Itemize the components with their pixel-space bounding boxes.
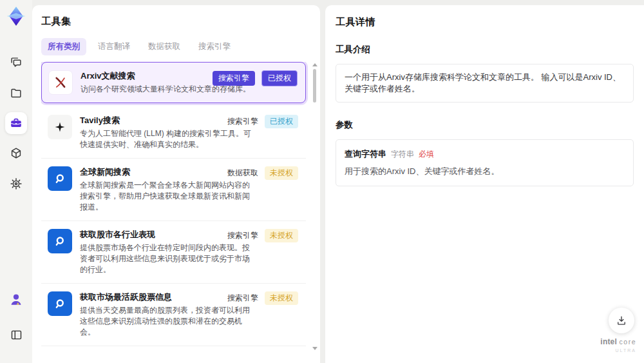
auth-badge: 已授权 [265, 115, 298, 128]
download-icon [616, 315, 627, 326]
list-scrollbar[interactable] [312, 63, 317, 350]
tool-list: Arxiv文献搜索 访问各个研究领域大量科学论文和文章的存储库。 搜索引擎 已授… [41, 62, 320, 353]
params-heading: 参数 [336, 119, 634, 131]
tool-card-sector-performance[interactable]: 获取股市各行业表现 提供股票市场各个行业在特定时间段内的表现。投资者可以利用这些… [41, 221, 306, 284]
arxiv-icon [48, 70, 73, 95]
auth-badge: 未授权 [265, 291, 298, 305]
sidebar-item-packages[interactable] [5, 142, 27, 164]
category-badge: 搜索引擎 [213, 71, 255, 86]
auth-badge: 未授权 [265, 166, 298, 180]
tool-detail-panel: 工具详情 工具介绍 一个用于从Arxiv存储库搜索科学论文和文章的工具。 输入可… [325, 5, 644, 363]
tool-card-arxiv[interactable]: Arxiv文献搜索 访问各个研究领域大量科学论文和文章的存储库。 搜索引擎 已授… [41, 62, 306, 103]
intro-card: 一个用于从Arxiv存储库搜索科学论文和文章的工具。 输入可以是Arxiv ID… [336, 64, 634, 103]
chat-icon [9, 55, 23, 70]
tool-desc: 全球新闻搜索是一个聚合全球各大新闻网站内容的搜索引擎，帮助用户快速获取全球最新资… [80, 180, 253, 213]
detail-title: 工具详情 [336, 16, 634, 28]
news-icon [48, 166, 72, 191]
auth-badge: 未授权 [265, 229, 298, 242]
brand-logo[interactable] [5, 5, 27, 27]
category-label: 搜索引擎 [227, 293, 258, 304]
param-desc: 用于搜索的Arxiv ID、关键字或作者姓名。 [345, 166, 625, 177]
folder-icon [9, 86, 23, 100]
page-title: 工具集 [41, 15, 320, 28]
tab-data-acquisition[interactable]: 数据获取 [142, 38, 187, 55]
category-label: 搜索引擎 [227, 116, 258, 127]
package-icon [9, 146, 23, 161]
intel-core-logo: intel core ULTRA [600, 337, 636, 355]
auth-badge: 已授权 [261, 70, 298, 86]
toolset-panel: 工具集 所有类别 语言翻译 数据获取 搜索引擎 Arxiv文献搜索 访问各个研究… [32, 5, 320, 363]
tab-search-engine[interactable]: 搜索引擎 [192, 38, 237, 55]
intro-heading: 工具介绍 [336, 44, 634, 55]
briefcase-icon [9, 116, 23, 130]
scroll-up-arrow[interactable] [312, 63, 317, 66]
param-type: 字符串 [391, 149, 414, 160]
intel-core-wordmark: intel core [600, 337, 636, 346]
tab-all-categories[interactable]: 所有类别 [41, 38, 86, 55]
sidebar-bottom [5, 288, 27, 354]
sidebar-item-chat[interactable] [5, 52, 27, 74]
scroll-down-arrow[interactable] [312, 347, 317, 350]
sidebar-item-files[interactable] [5, 82, 27, 104]
sparkle-icon [48, 115, 72, 139]
tool-card-side: 搜索引擎 未授权 [227, 291, 298, 305]
tool-card-side: 数据获取 未授权 [227, 166, 298, 180]
intro-text: 一个用于从Arxiv存储库搜索科学论文和文章的工具。 输入可以是Arxiv ID… [345, 72, 625, 95]
tool-card-regional-news[interactable]: 万维地区新闻查询 查询具体行政区划内的新闻，快速了解各地新闻动 搜索引擎 未授权 [41, 346, 306, 353]
param-card: 查询字符串 字符串 必填 用于搜索的Arxiv ID、关键字或作者姓名。 [336, 139, 634, 186]
sidebar-item-settings[interactable] [5, 173, 27, 195]
category-label: 搜索引擎 [227, 230, 258, 241]
tool-card-side: 搜索引擎 已授权 [227, 115, 298, 128]
download-button[interactable] [609, 308, 634, 333]
tool-card-side: 搜索引擎 已授权 [213, 70, 298, 86]
news-icon [48, 229, 72, 253]
category-label: 数据获取 [227, 168, 258, 179]
scrollbar-thumb[interactable] [313, 69, 316, 103]
tool-card-tavily[interactable]: Tavily搜索 专为人工智能代理 (LLM) 构建的搜索引擎工具。可快速提供实… [41, 107, 306, 159]
category-tabs: 所有类别 语言翻译 数据获取 搜索引擎 [41, 38, 320, 55]
tool-desc: 提供当天交易量最高的股票列表，投资者可以利用这些信息来识别流动性强的股票和潜在的… [80, 305, 253, 338]
intel-ultra-label: ULTRA [600, 347, 636, 355]
tool-desc: 提供股票市场各个行业在特定时间段内的表现。投资者可以利用这些信息来识别表现优于或… [80, 242, 253, 275]
param-required-flag: 必填 [419, 149, 434, 160]
tool-card-side: 搜索引擎 未授权 [227, 229, 298, 242]
brand-logo-icon [5, 5, 27, 27]
sidebar-item-tools-active[interactable] [5, 112, 27, 134]
tool-desc: 专为人工智能代理 (LLM) 构建的搜索引擎工具。可快速提供实时、准确和真实的结… [80, 128, 253, 150]
tab-language-translation[interactable]: 语言翻译 [91, 38, 137, 55]
tool-card-active-stocks[interactable]: 获取市场最活跃股票信息 提供当天交易量最高的股票列表，投资者可以利用这些信息来识… [41, 284, 306, 346]
gear-icon [9, 177, 23, 191]
avatar-icon [8, 291, 24, 307]
param-name: 查询字符串 [345, 148, 386, 160]
left-sidebar [0, 0, 32, 363]
panel-toggle-icon [10, 328, 23, 342]
tool-card-global-news[interactable]: 全球新闻搜索 全球新闻搜索是一个聚合全球各大新闻网站内容的搜索引擎，帮助用户快速… [41, 159, 306, 221]
user-avatar[interactable] [5, 288, 27, 310]
news-icon [48, 291, 72, 316]
param-row: 查询字符串 字符串 必填 [345, 148, 625, 160]
panel-toggle-button[interactable] [5, 324, 27, 346]
